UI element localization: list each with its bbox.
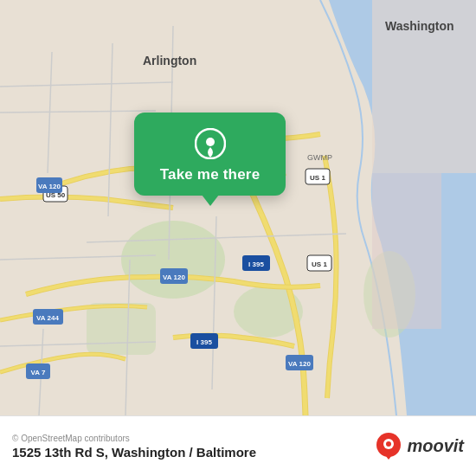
map-view: VA 110 VA 120 US 50 VA 120 VA 120 I 395 … <box>0 0 476 415</box>
info-text: © OpenStreetMap contributors 1525 13th R… <box>12 434 256 460</box>
tooltip-label: Take me there <box>160 166 261 183</box>
svg-rect-3 <box>87 303 156 355</box>
svg-text:VA 120: VA 120 <box>38 183 61 190</box>
svg-text:VA 244: VA 244 <box>36 314 59 322</box>
svg-point-1 <box>121 221 225 299</box>
svg-text:US 1: US 1 <box>312 261 327 268</box>
osm-credit: © OpenStreetMap contributors <box>12 434 256 443</box>
svg-text:VA 7: VA 7 <box>31 369 46 376</box>
info-bar: © OpenStreetMap contributors 1525 13th R… <box>0 415 476 476</box>
moovit-wordmark: moovit <box>407 436 464 456</box>
svg-text:I 395: I 395 <box>248 261 264 268</box>
moovit-logo: moovit <box>375 433 464 460</box>
svg-text:Arlington: Arlington <box>143 54 196 68</box>
address-text: 1525 13th Rd S, Washington / Baltimore <box>12 445 256 460</box>
svg-point-46 <box>206 138 215 146</box>
svg-text:VA 120: VA 120 <box>288 360 311 368</box>
moovit-brand-icon <box>375 433 402 460</box>
svg-text:VA 120: VA 120 <box>163 273 185 281</box>
svg-text:I 395: I 395 <box>196 338 212 346</box>
take-me-there-button[interactable]: Take me there <box>134 113 286 196</box>
location-pin-icon <box>195 128 226 159</box>
svg-rect-6 <box>372 173 441 329</box>
svg-text:US 1: US 1 <box>310 174 325 182</box>
svg-text:GWMP: GWMP <box>307 153 332 162</box>
svg-text:Washington: Washington <box>385 19 454 33</box>
svg-point-49 <box>386 441 391 447</box>
